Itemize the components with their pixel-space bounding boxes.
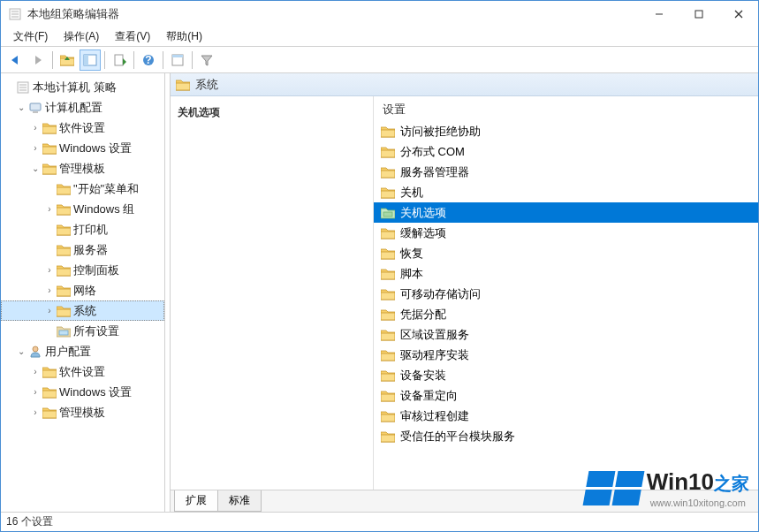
- expander-icon[interactable]: ›: [43, 265, 56, 275]
- tree-system[interactable]: › 系统: [1, 300, 164, 321]
- column-header[interactable]: 设置: [374, 96, 758, 121]
- list-item[interactable]: 受信任的平台模块服务: [374, 426, 758, 446]
- tree-label: "开始"菜单和: [73, 181, 139, 197]
- tree-label: 计算机配置: [45, 100, 102, 116]
- expander-icon[interactable]: ⌄: [29, 163, 42, 173]
- computer-icon: [28, 101, 42, 115]
- selected-item-description: 关机选项: [178, 106, 220, 118]
- tree-uc-software[interactable]: › 软件设置: [1, 361, 164, 382]
- tree-label: 打印机: [73, 222, 108, 238]
- expander-icon[interactable]: ›: [29, 367, 42, 376]
- folder-icon: [381, 369, 395, 382]
- list-item[interactable]: 关机: [374, 182, 758, 202]
- tree-windows-settings[interactable]: › Windows 设置: [1, 138, 164, 158]
- list-item-label: 恢复: [400, 246, 423, 262]
- policy-icon: [16, 80, 30, 95]
- menu-file[interactable]: 文件(F): [6, 27, 55, 46]
- tree-user-config[interactable]: ⌄ 用户配置: [1, 341, 164, 361]
- expander-icon[interactable]: ›: [29, 387, 42, 397]
- list-item[interactable]: 可移动存储访问: [374, 284, 758, 304]
- tree-label: 所有设置: [73, 323, 119, 339]
- list-item[interactable]: 凭据分配: [374, 304, 758, 324]
- list-item[interactable]: 分布式 COM: [374, 141, 758, 162]
- toolbar-separator: [133, 51, 134, 69]
- tree-control-panel[interactable]: › 控制面板: [1, 260, 164, 280]
- toolbar-separator: [192, 51, 193, 69]
- list-item[interactable]: 关机选项: [374, 202, 758, 223]
- forward-button[interactable]: [27, 49, 49, 71]
- folder-icon: [57, 304, 71, 318]
- tree-network[interactable]: › 网络: [1, 280, 164, 300]
- list-item[interactable]: 区域设置服务: [374, 324, 758, 345]
- menu-view[interactable]: 查看(V): [108, 27, 157, 46]
- properties-button[interactable]: [167, 49, 188, 71]
- folder-icon: [42, 365, 57, 379]
- list-item[interactable]: 恢复: [374, 243, 758, 263]
- folder-icon: [57, 284, 71, 298]
- expander-icon[interactable]: ⌄: [15, 346, 27, 356]
- tree-uc-windows[interactable]: › Windows 设置: [1, 382, 164, 402]
- folder-icon: [381, 308, 395, 321]
- menu-action[interactable]: 操作(A): [57, 27, 106, 46]
- tree-server[interactable]: 服务器: [1, 239, 164, 260]
- folder-icon: [381, 207, 395, 219]
- tab-standard[interactable]: 标准: [217, 490, 262, 512]
- help-button[interactable]: ?: [138, 49, 159, 71]
- list-item-label: 访问被拒绝协助: [400, 124, 481, 140]
- expander-icon[interactable]: ›: [29, 407, 42, 417]
- settings-list[interactable]: 访问被拒绝协助分布式 COM服务器管理器关机关机选项缓解选项恢复脚本可移动存储访…: [374, 121, 758, 490]
- up-button[interactable]: [57, 49, 78, 71]
- window-title: 本地组策略编辑器: [27, 6, 639, 22]
- folder-icon: [381, 247, 395, 260]
- tab-bar: 扩展 标准: [171, 490, 758, 512]
- minimize-button[interactable]: [639, 1, 679, 27]
- close-button[interactable]: [718, 1, 758, 27]
- folder-icon: [381, 430, 395, 443]
- menu-help[interactable]: 帮助(H): [159, 27, 209, 46]
- maximize-button[interactable]: [679, 1, 718, 27]
- list-item-label: 缓解选项: [400, 225, 446, 241]
- minimize-icon: [655, 10, 664, 19]
- folder-icon: [42, 385, 57, 399]
- tree-windows-components[interactable]: › Windows 组: [1, 199, 164, 219]
- expander-icon[interactable]: ›: [43, 285, 56, 295]
- back-button[interactable]: [4, 49, 26, 71]
- filter-button[interactable]: [196, 49, 217, 71]
- maximize-icon: [694, 10, 703, 19]
- list-item[interactable]: 审核过程创建: [374, 406, 758, 426]
- toolbar-separator: [104, 51, 105, 69]
- tree-uc-admin[interactable]: › 管理模板: [1, 402, 164, 422]
- folder-icon: [381, 390, 395, 402]
- tree-label: 网络: [73, 283, 96, 299]
- show-hide-tree-button[interactable]: [80, 49, 101, 71]
- expander-icon[interactable]: ›: [43, 306, 56, 315]
- tree-start-menu[interactable]: "开始"菜单和: [1, 179, 164, 199]
- export-button[interactable]: [109, 49, 130, 71]
- expander-icon[interactable]: ›: [29, 123, 42, 133]
- expander-icon[interactable]: ›: [43, 204, 56, 214]
- expander-icon[interactable]: ›: [29, 143, 42, 153]
- tree-pane[interactable]: 本地计算机 策略 ⌄ 计算机配置 › 软件设置 › Windows 设置: [1, 73, 165, 512]
- tree-printers[interactable]: 打印机: [1, 219, 164, 239]
- tree-software-settings[interactable]: › 软件设置: [1, 118, 164, 138]
- tree-all-settings[interactable]: 所有设置: [1, 321, 164, 341]
- list-item[interactable]: 设备重定向: [374, 385, 758, 406]
- tab-extended[interactable]: 扩展: [174, 490, 218, 512]
- list-item[interactable]: 访问被拒绝协助: [374, 121, 758, 141]
- up-folder-icon: [60, 53, 74, 67]
- svg-rect-22: [115, 55, 123, 65]
- list-item[interactable]: 服务器管理器: [374, 162, 758, 182]
- list-panel: 设置 访问被拒绝协助分布式 COM服务器管理器关机关机选项缓解选项恢复脚本可移动…: [374, 96, 758, 490]
- tree-root[interactable]: 本地计算机 策略: [1, 77, 164, 97]
- list-item[interactable]: 脚本: [374, 263, 758, 284]
- tree-admin-templates[interactable]: ⌄ 管理模板: [1, 158, 164, 179]
- svg-text:?: ?: [145, 54, 151, 66]
- folder-template-icon: [57, 324, 71, 338]
- list-item[interactable]: 缓解选项: [374, 223, 758, 243]
- list-item[interactable]: 驱动程序安装: [374, 345, 758, 365]
- app-icon: [8, 7, 22, 21]
- list-item[interactable]: 设备安装: [374, 365, 758, 385]
- status-bar: 16 个设置: [1, 512, 758, 531]
- tree-computer-config[interactable]: ⌄ 计算机配置: [1, 97, 164, 118]
- expander-icon[interactable]: ⌄: [15, 103, 27, 112]
